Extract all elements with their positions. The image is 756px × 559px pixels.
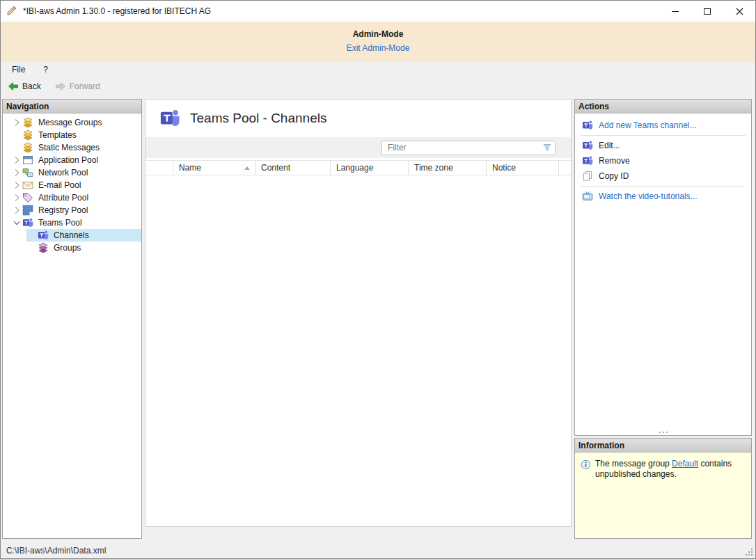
navigation-tree: Message Groups Templates Static Messages…: [3, 113, 141, 538]
information-message: The message group Default contains unpub…: [595, 459, 746, 480]
nav-item-label: Channels: [52, 230, 90, 241]
action-label: Watch the video-tutorials...: [599, 191, 698, 201]
back-button[interactable]: Back: [5, 79, 44, 93]
default-message-group-link[interactable]: Default: [672, 459, 698, 469]
nav-item-attribute-pool[interactable]: Attribute Pool: [3, 191, 141, 204]
window-title: *IBI-aws Admin 1.30.0 - registered for I…: [23, 6, 211, 16]
nav-item-label: Application Pool: [37, 155, 100, 166]
filter-input[interactable]: [382, 143, 540, 152]
information-panel: Information The message group Default co…: [574, 438, 752, 539]
chevron-down-icon[interactable]: [11, 217, 22, 228]
sort-ascending-icon: [244, 166, 250, 170]
forward-button[interactable]: Forward: [52, 79, 103, 93]
nav-item-registry-pool[interactable]: Registry Pool: [3, 204, 141, 216]
splitter-handle[interactable]: [659, 432, 668, 433]
nav-item-email-pool[interactable]: E-mail Pool: [3, 179, 141, 191]
nav-item-label: Registry Pool: [37, 205, 89, 216]
column-label: Time zone: [414, 163, 453, 173]
tv-icon: [582, 191, 593, 202]
app-icon: [6, 6, 17, 17]
nav-item-static-messages[interactable]: Static Messages: [3, 141, 141, 154]
channels-icon: [38, 230, 49, 241]
actions-list: Add new Teams channel... Edit... Remove …: [575, 113, 751, 204]
add-teams-channel-action[interactable]: Add new Teams channel...: [575, 118, 751, 133]
attribute-pool-icon: [22, 192, 33, 203]
nav-item-teams-pool[interactable]: Teams Pool: [3, 216, 141, 229]
chevron-spacer: [26, 242, 38, 253]
video-tutorials-action[interactable]: Watch the video-tutorials...: [575, 189, 751, 204]
nav-item-network-pool[interactable]: Network Pool: [3, 166, 141, 179]
titlebar: *IBI-aws Admin 1.30.0 - registered for I…: [1, 1, 755, 22]
actions-separator: [581, 135, 746, 136]
message-groups-icon: [22, 117, 33, 128]
nav-item-templates[interactable]: Templates: [3, 129, 141, 141]
nav-item-message-groups[interactable]: Message Groups: [3, 116, 141, 129]
chevron-right-icon[interactable]: [11, 205, 22, 216]
information-panel-header: Information: [575, 439, 751, 452]
action-label: Copy ID: [599, 171, 629, 181]
forward-label: Forward: [70, 81, 100, 91]
column-label: Language: [336, 163, 373, 173]
chevron-right-icon[interactable]: [11, 180, 22, 191]
nav-item-application-pool[interactable]: Application Pool: [3, 154, 141, 166]
chevron-spacer: [11, 129, 22, 141]
edit-action[interactable]: Edit...: [575, 138, 751, 153]
remove-icon: [582, 155, 593, 166]
column-header-name[interactable]: Name: [173, 161, 255, 175]
column-header-gutter: [145, 161, 173, 175]
nav-item-label: Network Pool: [37, 167, 89, 178]
maximize-button[interactable]: [691, 1, 723, 22]
minimize-button[interactable]: [659, 1, 691, 22]
channels-table-body[interactable]: [145, 175, 571, 526]
page-title: Teams Pool - Channels: [190, 111, 326, 126]
action-label: Edit...: [599, 141, 620, 150]
column-header-notice[interactable]: Notice: [487, 161, 559, 175]
column-header-language[interactable]: Language: [331, 161, 409, 175]
nav-item-label: Groups: [52, 242, 82, 253]
table-header: Name Content Language Time zone Notice: [145, 160, 571, 175]
navigation-panel: Navigation Message Groups Templates Stat…: [2, 99, 142, 539]
column-label: Name: [179, 163, 201, 173]
edit-icon: [582, 140, 593, 151]
column-header-content[interactable]: Content: [255, 161, 331, 175]
chevron-right-icon[interactable]: [11, 155, 22, 166]
remove-action[interactable]: Remove: [575, 153, 751, 168]
exit-admin-mode-link[interactable]: Exit Admin-Mode: [347, 43, 410, 53]
nav-item-label: Message Groups: [37, 117, 103, 128]
nav-item-channels[interactable]: Channels: [3, 229, 141, 242]
right-column: Actions Add new Teams channel... Edit...…: [574, 99, 752, 539]
chevron-right-icon[interactable]: [11, 117, 22, 128]
navigation-panel-header: Navigation: [3, 100, 141, 113]
close-button[interactable]: [723, 1, 755, 22]
column-header-timezone[interactable]: Time zone: [409, 161, 487, 175]
menu-help[interactable]: ?: [43, 65, 48, 74]
registry-pool-icon: [22, 205, 33, 216]
column-label: Content: [261, 163, 290, 173]
filter-bar: [145, 137, 571, 158]
action-label: Add new Teams channel...: [599, 120, 697, 130]
copy-icon: [582, 171, 593, 182]
add-teams-channel-icon: [582, 120, 593, 131]
resize-grip[interactable]: [745, 548, 754, 557]
status-path: C:\IBI-aws\Admin\Data.xml: [6, 546, 106, 556]
info-icon: [581, 459, 591, 470]
admin-mode-banner: Admin-Mode Exit Admin-Mode: [1, 22, 755, 62]
filter-icon[interactable]: [540, 141, 555, 155]
action-label: Remove: [599, 156, 630, 166]
menu-bar: File ?: [1, 62, 755, 77]
email-pool-icon: [22, 180, 33, 191]
nav-item-label: Teams Pool: [37, 217, 84, 228]
information-content: The message group Default contains unpub…: [575, 452, 751, 538]
chevron-right-icon[interactable]: [11, 167, 22, 178]
menu-file[interactable]: File: [12, 65, 25, 74]
content-panel: Teams Pool - Channels Name Content La: [145, 99, 572, 527]
copy-id-action[interactable]: Copy ID: [575, 168, 751, 184]
nav-item-groups[interactable]: Groups: [3, 242, 141, 254]
column-header-filler: [559, 161, 571, 175]
actions-separator: [581, 186, 746, 187]
toolbar: Back Forward: [1, 77, 755, 95]
chevron-right-icon[interactable]: [11, 192, 22, 203]
window-controls: [659, 1, 755, 22]
main-body: Navigation Message Groups Templates Stat…: [1, 95, 755, 542]
chevron-spacer: [26, 230, 38, 241]
